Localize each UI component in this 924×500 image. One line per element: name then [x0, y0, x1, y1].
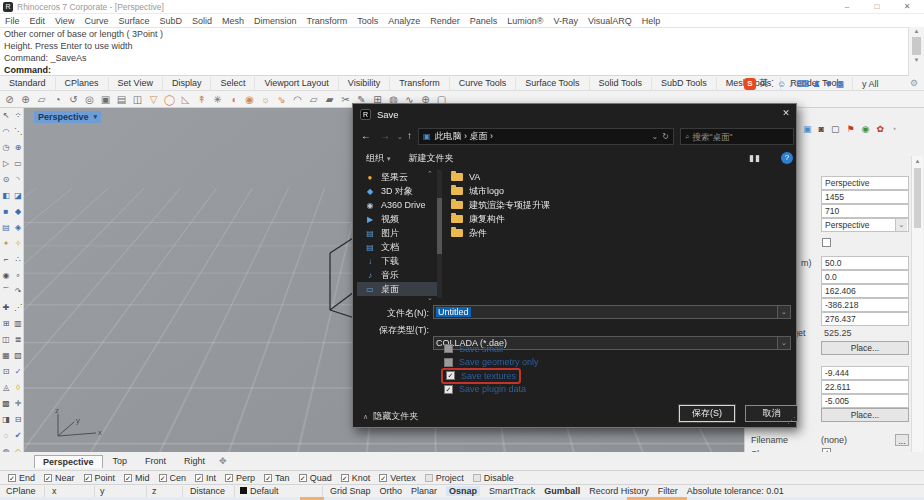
tool-icon[interactable]: ◬ [0, 380, 12, 396]
tool-icon[interactable]: ◝ [12, 172, 24, 188]
tool-icon[interactable]: ✧ [12, 236, 24, 252]
osnap-checkbox[interactable] [124, 474, 132, 482]
viewport-height-field[interactable]: 710 [821, 204, 909, 218]
sidebar-place-item[interactable]: ▶ 视频 [357, 212, 437, 226]
dialog-title-bar[interactable]: R Save [353, 104, 796, 124]
toolbar-tab[interactable]: Visibility [339, 77, 390, 90]
scroll-down-icon[interactable]: ▼ [909, 56, 924, 65]
osnap-checkbox[interactable] [473, 474, 481, 482]
viewport-tab[interactable]: Front [137, 455, 174, 467]
ime-icon[interactable]: S [744, 78, 756, 90]
toolbar-icon[interactable]: ↟ [195, 92, 208, 107]
tool-icon[interactable]: ◧ [0, 188, 12, 204]
sidebar-place-item[interactable]: ● 坚果云 [357, 170, 437, 184]
option-checkbox[interactable] [444, 358, 453, 367]
panel-icon[interactable]: ⚑ [846, 124, 854, 134]
menu-item[interactable]: Dimension [249, 16, 302, 26]
save-button[interactable]: 保存(S) [679, 405, 735, 422]
status-toggle[interactable]: Absolute tolerance: 0.01 [687, 486, 784, 496]
tool-icon[interactable]: ◈ [12, 220, 24, 236]
status-toggle[interactable]: Osnap [446, 486, 480, 496]
osnap-checkbox[interactable] [195, 474, 203, 482]
osnap-checkbox[interactable] [44, 474, 52, 482]
toolbar-icon[interactable]: ▱ [307, 92, 320, 107]
tool-icon[interactable]: ◌ [0, 428, 12, 444]
menu-item[interactable]: Curve [79, 16, 113, 26]
tool-icon[interactable]: ▦ [0, 348, 12, 364]
status-toggle[interactable]: Grid Snap [330, 486, 371, 496]
scroll-up-icon[interactable]: ▲ [912, 156, 923, 166]
tool-icon[interactable]: ◪ [12, 188, 24, 204]
osnap-toggle[interactable]: Quad [299, 473, 332, 483]
target-z-field[interactable]: -5.005 [821, 394, 909, 408]
toolbar-icon[interactable]: ✂ [339, 92, 352, 107]
viewport-title-field[interactable]: Perspective [821, 176, 909, 190]
maximize-button[interactable]: □ [866, 1, 888, 13]
viewport-tab[interactable]: Right [176, 455, 213, 467]
osnap-toggle[interactable]: Tan [264, 473, 290, 483]
osnap-checkbox[interactable] [425, 474, 433, 482]
osnap-checkbox[interactable] [299, 474, 307, 482]
toolbar-icon[interactable]: ✳ [211, 92, 224, 107]
sidebar-place-item[interactable]: ◆ 3D 对象 [357, 184, 437, 198]
toolbar-icon[interactable]: ◔ [51, 92, 64, 107]
status-toggle[interactable]: Filter [658, 486, 678, 496]
toolbar-icon[interactable]: ◖ [227, 92, 240, 107]
panel-icon[interactable]: ◙ [819, 124, 824, 134]
menu-item[interactable]: Transform [302, 16, 353, 26]
tool-icon[interactable]: ∘ [12, 268, 24, 284]
scroll-thumb[interactable] [912, 37, 921, 55]
tool-icon[interactable]: ◷ [0, 140, 12, 156]
toolbar-icon[interactable]: ☼ [259, 92, 272, 107]
menu-item[interactable]: Surface [113, 16, 154, 26]
toolbar-icon[interactable]: ▱ [35, 92, 48, 107]
panel-icon[interactable]: ▣ [803, 124, 812, 134]
menu-item[interactable]: Lumion® [502, 16, 548, 26]
back-icon[interactable]: ← [361, 130, 371, 141]
camera-x-field[interactable]: 162.406 [821, 284, 909, 298]
osnap-checkbox[interactable] [159, 474, 167, 482]
tool-icon[interactable]: ✓ [12, 364, 24, 380]
menu-item[interactable]: File [0, 16, 25, 26]
command-scrollbar[interactable]: ▲ ▼ [908, 27, 924, 76]
osnap-checkbox[interactable] [379, 474, 387, 482]
toolbar-tab[interactable]: Set View [109, 77, 163, 90]
osnap-toggle[interactable]: Int [195, 473, 216, 483]
toolbar-icon[interactable]: ⊕ [19, 92, 32, 107]
tool-icon[interactable]: ▭ [12, 156, 24, 172]
status-toggle[interactable]: Ortho [380, 486, 403, 496]
osnap-toggle[interactable]: Mid [124, 473, 150, 483]
osnap-checkbox[interactable] [225, 474, 233, 482]
toolbar-tab[interactable]: Surface Tools [516, 77, 589, 90]
toolbar-tab[interactable]: Standard [0, 77, 56, 90]
forward-icon[interactable]: → [380, 130, 390, 141]
tool-icon[interactable]: ◉ [0, 268, 12, 284]
view-mode-icon[interactable]: ▮▮ [749, 153, 761, 163]
target-y-field[interactable]: 22.611 [821, 380, 909, 394]
recent-chevron-icon[interactable]: ⌄ [397, 133, 403, 141]
osnap-toggle[interactable]: Near [44, 473, 75, 483]
lens-length-field[interactable]: 50.0 [821, 256, 909, 270]
menu-item[interactable]: Help [637, 16, 666, 26]
folder-row[interactable]: 建筑渲染专项提升课 [451, 198, 781, 212]
search-box[interactable]: ⌕ [680, 128, 794, 145]
osnap-toggle[interactable]: Cen [159, 473, 187, 483]
ime-icon[interactable]: ♟ [813, 79, 821, 89]
save-option[interactable]: Save small [441, 342, 542, 356]
panel-icon[interactable]: ◉ [862, 124, 870, 134]
tool-icon[interactable]: ▥ [12, 316, 24, 332]
osnap-checkbox[interactable] [84, 474, 92, 482]
sidebar-place-item[interactable]: ♪ 音乐 [357, 268, 437, 282]
sidebar-scrollbar[interactable] [437, 170, 442, 298]
folder-row[interactable]: 康复构件 [451, 212, 781, 226]
tool-icon[interactable]: ✚ [0, 300, 12, 316]
tool-icon[interactable]: ■ [0, 204, 12, 220]
ime-icon[interactable]: ⌨ [797, 79, 810, 89]
projection-dropdown[interactable]: Perspective [821, 218, 909, 232]
toolbar-tab-partial[interactable]: y All [862, 79, 879, 89]
save-option[interactable]: Save textures [441, 369, 542, 383]
command-history[interactable]: Other corner of base or length ( 3Point … [0, 27, 924, 76]
chevron-down-icon[interactable]: ▾ [94, 113, 98, 121]
refresh-icon[interactable]: ↻ [662, 132, 669, 141]
tool-icon[interactable]: ▩ [0, 396, 12, 412]
